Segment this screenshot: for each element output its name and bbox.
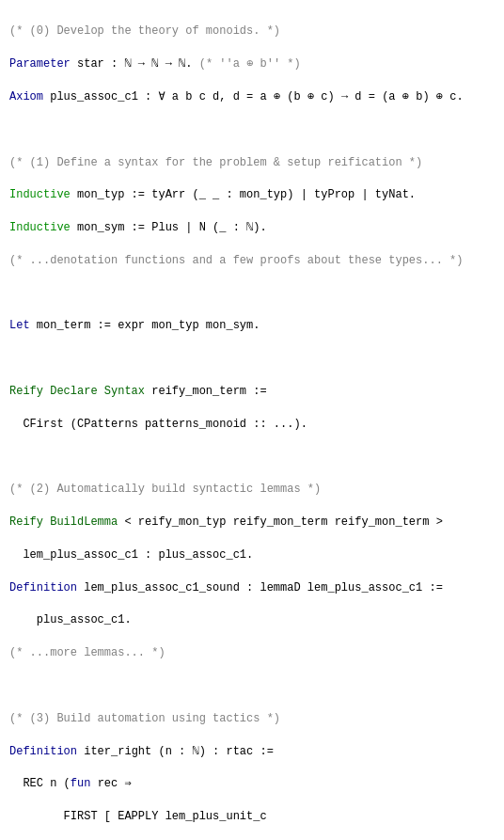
kw-fun-1: fun xyxy=(71,777,91,790)
kw-def-2: Definition xyxy=(9,745,77,758)
kw-reify-declare: Reify Declare Syntax xyxy=(9,385,145,398)
comment-0: (* (0) Develop the theory of monoids. *) xyxy=(9,24,280,38)
text-13: REC n ( xyxy=(9,777,71,790)
text-8: < reify_mon_typ reify_mon_term reify_mon… xyxy=(118,515,443,529)
kw-reify-build: Reify BuildLemma xyxy=(9,515,118,529)
text-14: rec ⇒ xyxy=(90,777,131,790)
text-11: plus_assoc_c1. xyxy=(9,613,132,626)
comment-5: (* ...more lemmas... *) xyxy=(9,646,165,659)
kw-inductive-2: Inductive xyxy=(9,221,71,234)
text-12: iter_right (n : ℕ) : rtac := xyxy=(77,745,274,758)
text-5: mon_term := expr mon_typ mon_sym. xyxy=(30,319,260,332)
text-10: lem_plus_assoc_c1_sound : lemmaD lem_plu… xyxy=(77,581,443,594)
code-content: (* (0) Develop the theory of monoids. *)… xyxy=(9,8,495,840)
comment-2: (* (1) Define a syntax for the problem &… xyxy=(9,156,422,169)
kw-inductive-1: Inductive xyxy=(9,188,71,201)
text-3: mon_typ := tyArr (_ _ : mon_typ) | tyPro… xyxy=(71,188,416,201)
comment-6: (* (3) Build automation using tactics *) xyxy=(9,712,280,725)
text-4: mon_sym := Plus | N (_ : ℕ). xyxy=(71,221,267,234)
comment-3: (* ...denotation functions and a few pro… xyxy=(9,254,463,267)
text-7: CFirst (CPatterns patterns_monoid :: ...… xyxy=(9,418,307,431)
text-9: lem_plus_assoc_c1 : plus_assoc_c1. xyxy=(9,548,253,562)
text-15: FIRST [ EAPPLY lem_plus_unit_c xyxy=(9,810,267,823)
comment-1: (* ''a ⊕ b'' *) xyxy=(199,57,301,71)
comment-4: (* (2) Automatically build syntactic lem… xyxy=(9,483,321,496)
text-2: plus_assoc_c1 : ∀ a b c d, d = a ⊕ (b ⊕ … xyxy=(43,90,464,103)
kw-parameter: Parameter xyxy=(9,57,71,71)
kw-let: Let xyxy=(9,319,30,332)
text-1: star : ℕ → ℕ → ℕ. xyxy=(71,57,199,71)
kw-axiom: Axiom xyxy=(9,90,43,103)
kw-def-1: Definition xyxy=(9,581,77,594)
text-6: reify_mon_term := xyxy=(145,385,267,398)
